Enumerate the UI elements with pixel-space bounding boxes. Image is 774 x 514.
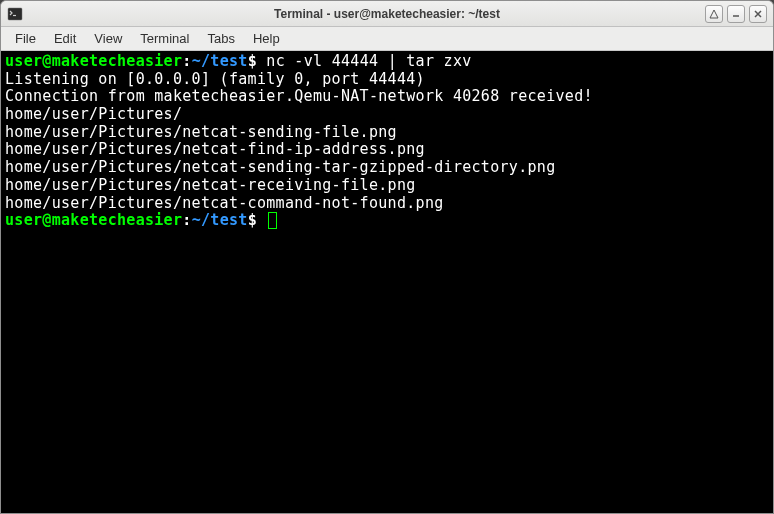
prompt-path: ~/test [192,211,248,229]
terminal-line: user@maketecheasier:~/test$ nc -vl 44444… [5,53,769,71]
prompt-colon: : [182,211,191,229]
titlebar[interactable]: Terminal - user@maketecheasier: ~/test [1,1,773,27]
prompt-path: ~/test [192,52,248,70]
cursor [268,212,277,229]
terminal-window: Terminal - user@maketecheasier: ~/test F… [0,0,774,514]
svg-rect-0 [8,8,22,20]
window-title: Terminal - user@maketecheasier: ~/test [1,7,773,21]
prompt-dollar: $ [248,52,257,70]
terminal-output-line: Connection from maketecheasier.Qemu-NAT-… [5,88,769,106]
prompt-user-host: user@maketecheasier [5,211,182,229]
close-button[interactable] [749,5,767,23]
terminal-app-icon [7,6,23,22]
window-controls [705,5,767,23]
terminal-output-line: home/user/Pictures/netcat-receiving-file… [5,177,769,195]
command-text: nc -vl 44444 | tar zxv [266,52,471,70]
terminal-output-line: home/user/Pictures/netcat-sending-tar-gz… [5,159,769,177]
terminal-line: user@maketecheasier:~/test$ [5,212,769,230]
menu-tabs[interactable]: Tabs [199,28,242,49]
minimize-button[interactable] [727,5,745,23]
menu-file[interactable]: File [7,28,44,49]
menu-help[interactable]: Help [245,28,288,49]
prompt-user-host: user@maketecheasier [5,52,182,70]
menu-edit[interactable]: Edit [46,28,84,49]
prompt-dollar: $ [248,211,257,229]
menu-view[interactable]: View [86,28,130,49]
menu-terminal[interactable]: Terminal [132,28,197,49]
terminal-output-line: home/user/Pictures/netcat-command-not-fo… [5,195,769,213]
prompt-colon: : [182,52,191,70]
terminal-viewport[interactable]: user@maketecheasier:~/test$ nc -vl 44444… [1,51,773,513]
terminal-output-line: home/user/Pictures/ [5,106,769,124]
maximize-restore-button[interactable] [705,5,723,23]
terminal-output-line: home/user/Pictures/netcat-sending-file.p… [5,124,769,142]
menubar: File Edit View Terminal Tabs Help [1,27,773,51]
terminal-output-line: home/user/Pictures/netcat-find-ip-addres… [5,141,769,159]
terminal-output-line: Listening on [0.0.0.0] (family 0, port 4… [5,71,769,89]
